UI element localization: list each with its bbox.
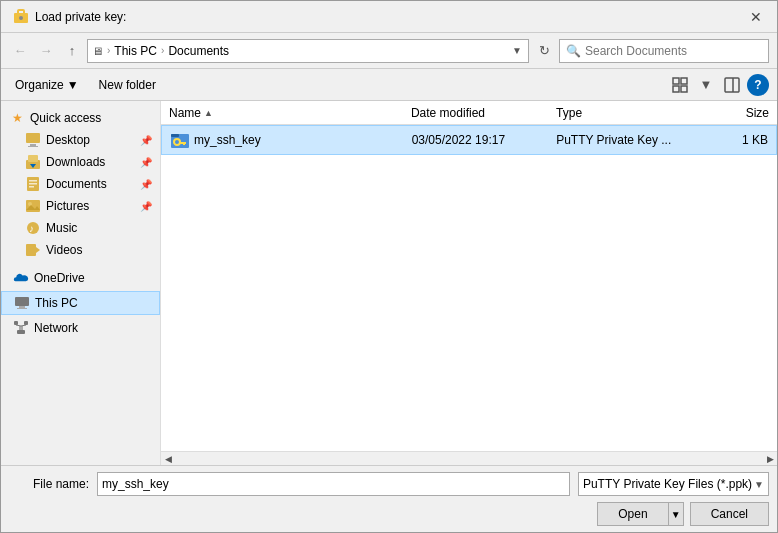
quick-access-section: ★ Quick access Desktop 📌 Downloads 📌 xyxy=(1,105,160,263)
svg-point-20 xyxy=(28,202,32,206)
sidebar-item-downloads[interactable]: Downloads 📌 xyxy=(1,151,160,173)
search-icon: 🔍 xyxy=(566,44,581,58)
view-button[interactable] xyxy=(669,74,691,96)
col-date-label: Date modified xyxy=(411,106,485,120)
svg-rect-11 xyxy=(28,146,38,147)
preview-pane-button[interactable] xyxy=(721,74,743,96)
downloads-icon xyxy=(25,154,41,170)
svg-line-34 xyxy=(21,325,26,326)
sidebar-item-pictures[interactable]: Pictures 📌 xyxy=(1,195,160,217)
onedrive-label: OneDrive xyxy=(34,271,85,285)
organize-button[interactable]: Organize ▼ xyxy=(9,76,85,94)
table-row[interactable]: my_ssh_key 03/05/2022 19:17 PuTTY Privat… xyxy=(161,125,777,155)
col-type-header[interactable]: Type xyxy=(556,106,691,120)
buttons-row: Open ▼ Cancel xyxy=(9,502,769,526)
quick-access-icon: ★ xyxy=(9,110,25,126)
h-scrollbar-track[interactable] xyxy=(175,454,763,464)
pictures-icon xyxy=(25,198,41,214)
organize-chevron-icon: ▼ xyxy=(67,78,79,92)
col-name-header[interactable]: Name ▲ xyxy=(169,106,411,120)
sidebar-item-videos[interactable]: Videos xyxy=(1,239,160,261)
filename-input[interactable] xyxy=(97,472,570,496)
bottom-bar: File name: PuTTY Private Key Files (*.pp… xyxy=(1,465,777,532)
path-bar[interactable]: 🖥 › This PC › Documents ▼ xyxy=(87,39,529,63)
search-box[interactable]: 🔍 xyxy=(559,39,769,63)
videos-label: Videos xyxy=(46,243,82,257)
sidebar-item-onedrive[interactable]: OneDrive xyxy=(1,267,160,289)
downloads-label: Downloads xyxy=(46,155,105,169)
up-button[interactable]: ↑ xyxy=(61,40,83,62)
view-icon xyxy=(672,77,688,93)
cancel-button[interactable]: Cancel xyxy=(690,502,769,526)
col-size-header[interactable]: Size xyxy=(692,106,769,120)
this-pc-icon xyxy=(14,295,30,311)
documents-label: Documents xyxy=(46,177,107,191)
svg-rect-29 xyxy=(17,330,25,334)
h-scrollbar-right-btn[interactable]: ▶ xyxy=(763,454,777,464)
svg-rect-19 xyxy=(26,200,40,212)
svg-rect-31 xyxy=(14,321,18,325)
sidebar-item-documents[interactable]: Documents 📌 xyxy=(1,173,160,195)
filetype-select[interactable]: PuTTY Private Key Files (*.ppk) ▼ xyxy=(578,472,769,496)
svg-text:♪: ♪ xyxy=(29,223,34,234)
sidebar-item-desktop[interactable]: Desktop 📌 xyxy=(1,129,160,151)
close-button[interactable]: ✕ xyxy=(747,8,765,26)
svg-rect-9 xyxy=(26,133,40,143)
svg-rect-26 xyxy=(15,297,29,306)
col-name-label: Name xyxy=(169,106,201,120)
videos-icon xyxy=(25,242,41,258)
sidebar-item-this-pc[interactable]: This PC xyxy=(1,291,160,315)
h-scrollbar-left-btn[interactable]: ◀ xyxy=(161,454,175,464)
open-label: Open xyxy=(618,507,647,521)
open-dropdown-button[interactable]: ▼ xyxy=(668,502,684,526)
col-date-header[interactable]: Date modified xyxy=(411,106,556,120)
file-icon xyxy=(170,130,190,150)
toolbar2-right: ▼ ? xyxy=(669,74,769,96)
help-button[interactable]: ? xyxy=(747,74,769,96)
title-bar-left: Load private key: xyxy=(13,9,126,25)
svg-rect-28 xyxy=(17,308,27,309)
h-scrollbar[interactable]: ◀ ▶ xyxy=(161,451,777,465)
quick-access-header[interactable]: ★ Quick access xyxy=(1,107,160,129)
file-size: 1 KB xyxy=(691,133,768,147)
svg-rect-27 xyxy=(19,306,25,308)
col-size-label: Size xyxy=(746,106,769,120)
forward-button[interactable]: → xyxy=(35,40,57,62)
sidebar-item-music[interactable]: ♪ Music xyxy=(1,217,160,239)
svg-rect-5 xyxy=(673,86,679,92)
col-type-label: Type xyxy=(556,106,582,120)
organize-label: Organize xyxy=(15,78,64,92)
quick-access-label: Quick access xyxy=(30,111,101,125)
column-header: Name ▲ Date modified Type Size xyxy=(161,101,777,125)
refresh-button[interactable]: ↻ xyxy=(533,40,555,62)
documents-pin-icon: 📌 xyxy=(140,179,152,190)
this-pc-label: This PC xyxy=(35,296,78,310)
onedrive-icon xyxy=(13,270,29,286)
open-button[interactable]: Open xyxy=(597,502,667,526)
new-folder-button[interactable]: New folder xyxy=(93,76,162,94)
help-label: ? xyxy=(754,78,761,92)
svg-rect-37 xyxy=(171,134,179,137)
dialog-icon xyxy=(13,9,29,25)
path-dropdown-button[interactable]: ▼ xyxy=(510,45,524,56)
search-input[interactable] xyxy=(585,44,762,58)
svg-marker-25 xyxy=(36,247,40,253)
back-button[interactable]: ← xyxy=(9,40,31,62)
music-label: Music xyxy=(46,221,77,235)
svg-rect-10 xyxy=(30,144,36,146)
filename-row: File name: PuTTY Private Key Files (*.pp… xyxy=(9,472,769,496)
navigation-toolbar: ← → ↑ 🖥 › This PC › Documents ▼ ↻ 🔍 xyxy=(1,33,777,69)
title-bar: Load private key: ✕ xyxy=(1,1,777,33)
path-bar-computer-icon: 🖥 xyxy=(92,45,103,57)
svg-rect-17 xyxy=(29,183,37,185)
path-arrow-1: › xyxy=(107,45,110,56)
path-chevron: ▼ xyxy=(510,45,524,56)
view-dropdown-button[interactable]: ▼ xyxy=(695,74,717,96)
cancel-label: Cancel xyxy=(711,507,748,521)
svg-rect-30 xyxy=(19,326,23,330)
sidebar-item-network[interactable]: Network xyxy=(1,317,160,339)
file-name: my_ssh_key xyxy=(194,133,412,147)
documents-icon xyxy=(25,176,41,192)
path-arrow-2: › xyxy=(161,45,164,56)
svg-rect-3 xyxy=(673,78,679,84)
